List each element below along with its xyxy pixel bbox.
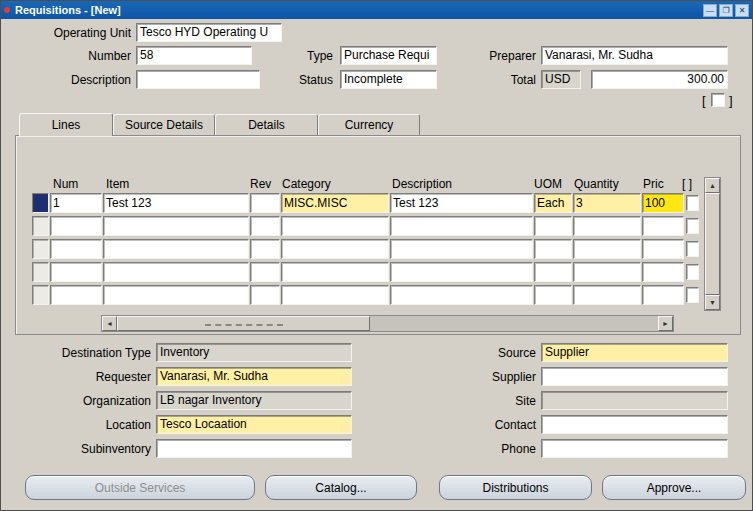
rev-cell[interactable] bbox=[250, 193, 280, 213]
row-selector[interactable] bbox=[32, 262, 49, 282]
description-field[interactable] bbox=[136, 70, 260, 89]
row-selector[interactable] bbox=[32, 285, 49, 305]
requester-label: Requester bbox=[21, 370, 151, 384]
tab-details[interactable]: Details bbox=[215, 114, 318, 135]
item-cell[interactable] bbox=[103, 216, 249, 236]
num-cell[interactable] bbox=[50, 285, 102, 305]
title-bar: Requisitions - [New] — ❐ ✕ bbox=[1, 1, 752, 19]
flex-cell[interactable] bbox=[686, 264, 699, 280]
maximize-icon[interactable]: ❐ bbox=[719, 4, 733, 17]
approve-button[interactable]: Approve... bbox=[602, 475, 746, 500]
destination-type-label: Destination Type bbox=[21, 346, 151, 360]
rev-cell[interactable] bbox=[250, 285, 280, 305]
description-cell[interactable] bbox=[390, 239, 533, 259]
uom-cell[interactable] bbox=[534, 262, 572, 282]
location-field[interactable]: Tesco Locaation bbox=[156, 415, 352, 434]
subinventory-field[interactable] bbox=[156, 439, 352, 458]
price-cell[interactable]: 100 bbox=[642, 193, 684, 213]
number-label: Number bbox=[11, 49, 131, 63]
organization-label: Organization bbox=[21, 394, 151, 408]
scroll-left-icon[interactable]: ◄ bbox=[102, 316, 117, 331]
category-cell[interactable] bbox=[281, 239, 389, 259]
tab-lines[interactable]: Lines bbox=[19, 113, 113, 136]
description-cell[interactable] bbox=[390, 216, 533, 236]
item-cell[interactable] bbox=[103, 285, 249, 305]
uom-cell[interactable] bbox=[534, 216, 572, 236]
category-cell[interactable] bbox=[281, 285, 389, 305]
scroll-right-icon[interactable]: ► bbox=[658, 316, 673, 331]
source-field[interactable]: Supplier bbox=[541, 343, 728, 362]
uom-cell[interactable] bbox=[534, 239, 572, 259]
flex-cell[interactable] bbox=[686, 218, 699, 234]
subinventory-label: Subinventory bbox=[21, 442, 151, 456]
quantity-cell[interactable] bbox=[573, 216, 641, 236]
horizontal-scrollbar-thumb[interactable] bbox=[117, 316, 370, 331]
preparer-field[interactable]: Vanarasi, Mr. Sudha bbox=[541, 46, 728, 65]
source-label: Source bbox=[446, 346, 536, 360]
status-field[interactable]: Incomplete bbox=[340, 70, 437, 89]
header-flexfield-box[interactable] bbox=[711, 93, 725, 107]
total-currency-field: USD bbox=[541, 70, 581, 89]
flex-cell[interactable] bbox=[686, 241, 699, 257]
category-cell[interactable] bbox=[281, 262, 389, 282]
rev-cell[interactable] bbox=[250, 239, 280, 259]
description-cell[interactable] bbox=[390, 262, 533, 282]
supplier-field[interactable] bbox=[541, 367, 728, 386]
close-icon[interactable]: ✕ bbox=[735, 4, 749, 17]
item-cell[interactable] bbox=[103, 239, 249, 259]
quantity-cell[interactable] bbox=[573, 262, 641, 282]
rev-cell[interactable] bbox=[250, 216, 280, 236]
col-header-price: Pric bbox=[643, 177, 664, 191]
tab-source-details[interactable]: Source Details bbox=[113, 114, 215, 135]
quantity-cell[interactable]: 3 bbox=[573, 193, 641, 213]
scroll-down-icon[interactable]: ▼ bbox=[705, 295, 720, 310]
uom-cell[interactable] bbox=[534, 285, 572, 305]
num-cell[interactable] bbox=[50, 262, 102, 282]
price-cell[interactable] bbox=[642, 262, 684, 282]
header-flexfield-open-bracket: [ bbox=[702, 93, 706, 108]
oracle-logo-icon bbox=[4, 7, 10, 13]
tab-currency[interactable]: Currency bbox=[318, 114, 420, 135]
type-field[interactable]: Purchase Requi bbox=[340, 46, 437, 65]
number-field[interactable]: 58 bbox=[136, 46, 252, 65]
row-selector[interactable] bbox=[32, 216, 49, 236]
description-cell[interactable] bbox=[390, 285, 533, 305]
num-cell[interactable]: 1 bbox=[50, 193, 102, 213]
col-header-num: Num bbox=[53, 177, 78, 191]
requester-field[interactable]: Vanarasi, Mr. Sudha bbox=[156, 367, 352, 386]
contact-field[interactable] bbox=[541, 415, 728, 434]
category-cell[interactable]: MISC.MISC bbox=[281, 193, 389, 213]
description-label: Description bbox=[11, 73, 131, 87]
flex-cell[interactable] bbox=[686, 195, 699, 211]
total-label: Total bbox=[436, 73, 536, 87]
price-cell[interactable] bbox=[642, 216, 684, 236]
location-label: Location bbox=[21, 418, 151, 432]
requisitions-window: Requisitions - [New] — ❐ ✕ Operating Uni… bbox=[0, 0, 753, 511]
uom-cell[interactable]: Each bbox=[534, 193, 572, 213]
minimize-icon[interactable]: — bbox=[703, 4, 717, 17]
row-selector[interactable] bbox=[32, 239, 49, 259]
num-cell[interactable] bbox=[50, 216, 102, 236]
vertical-scrollbar-thumb[interactable] bbox=[705, 193, 720, 295]
rev-cell[interactable] bbox=[250, 262, 280, 282]
horizontal-scrollbar[interactable]: ◄ ► bbox=[101, 315, 674, 332]
catalog-button[interactable]: Catalog... bbox=[265, 475, 417, 500]
price-cell[interactable] bbox=[642, 239, 684, 259]
scroll-up-icon[interactable]: ▲ bbox=[705, 178, 720, 193]
item-cell[interactable]: Test 123 bbox=[103, 193, 249, 213]
category-cell[interactable] bbox=[281, 216, 389, 236]
vertical-scrollbar[interactable]: ▲ ▼ bbox=[704, 177, 721, 311]
row-selector[interactable] bbox=[32, 193, 49, 213]
price-cell[interactable] bbox=[642, 285, 684, 305]
window-title: Requisitions - [New] bbox=[15, 4, 703, 16]
num-cell[interactable] bbox=[50, 239, 102, 259]
quantity-cell[interactable] bbox=[573, 239, 641, 259]
flex-cell[interactable] bbox=[686, 287, 699, 303]
item-cell[interactable] bbox=[103, 262, 249, 282]
total-amount-field[interactable]: 300.00 bbox=[591, 70, 728, 89]
operating-unit-field[interactable]: Tesco HYD Operating U bbox=[136, 23, 282, 42]
phone-field[interactable] bbox=[541, 439, 728, 458]
distributions-button[interactable]: Distributions bbox=[439, 475, 592, 500]
description-cell[interactable]: Test 123 bbox=[390, 193, 533, 213]
quantity-cell[interactable] bbox=[573, 285, 641, 305]
